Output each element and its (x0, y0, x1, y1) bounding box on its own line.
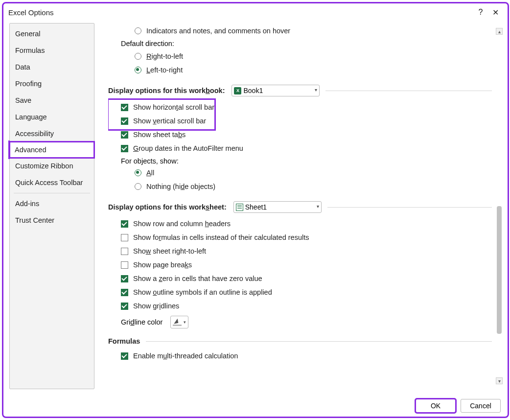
option-group-dates-autofilter[interactable]: Group dates in the AutoFilter menu (121, 142, 492, 154)
option-label: Group dates in the AutoFilter menu (133, 144, 243, 152)
option-label: Show formulas in cells instead of their … (133, 233, 309, 241)
option-sheet-right-to-left[interactable]: Show sheet right-to-left (121, 245, 492, 257)
option-show-gridlines[interactable]: Show gridlines (121, 300, 492, 312)
radio-icon[interactable] (135, 53, 141, 60)
sidebar-item-save[interactable]: Save (10, 92, 94, 109)
gridline-color-label: Gridline color (121, 318, 162, 326)
fill-color-icon (173, 318, 182, 326)
sidebar-item-customize-ribbon[interactable]: Customize Ribbon (10, 158, 94, 174)
titlebar: Excel Options ? ✕ (3, 3, 508, 20)
for-objects-label: For objects, show: (121, 157, 492, 165)
option-label: Show row and column headers (133, 220, 231, 228)
excel-icon: X (234, 87, 241, 94)
worksheet-icon (236, 204, 243, 211)
vertical-scrollbar[interactable]: ▴ ▾ (496, 28, 503, 384)
option-label: Show sheet tabs (133, 131, 185, 139)
close-icon[interactable]: ✕ (488, 8, 503, 17)
option-label: Show a zero in cells that have zero valu… (133, 275, 262, 282)
checkbox-icon[interactable] (121, 117, 128, 125)
option-show-vertical-scrollbar[interactable]: Show vertical scroll bar (121, 115, 492, 127)
option-left-to-right[interactable]: Left-to-right (135, 64, 492, 76)
sidebar: General Formulas Data Proofing Save Lang… (9, 23, 94, 389)
option-right-to-left[interactable]: Right-to-left (135, 50, 492, 62)
option-show-formulas-in-cells[interactable]: Show formulas in cells instead of their … (121, 232, 492, 243)
worksheet-name: Sheet1 (245, 203, 267, 211)
option-show-zero-values[interactable]: Show a zero in cells that have zero valu… (121, 273, 492, 284)
option-label: Show outline symbols if an outline is ap… (133, 288, 272, 296)
checkbox-icon[interactable] (121, 234, 128, 241)
sidebar-item-accessibility[interactable]: Accessibility (10, 125, 94, 142)
section-header-formulas: Formulas (108, 337, 492, 345)
section-title: Formulas (108, 337, 140, 345)
sidebar-item-general[interactable]: General (10, 25, 94, 42)
sidebar-item-data[interactable]: Data (10, 59, 94, 75)
gridline-color-row: Gridline color ▾ (121, 316, 492, 328)
option-objects-all[interactable]: All (135, 167, 492, 179)
radio-icon[interactable] (135, 183, 141, 190)
section-title: Display options for this worksheet: (108, 203, 227, 211)
radio-icon[interactable] (135, 67, 141, 73)
checkbox-icon[interactable] (121, 261, 128, 269)
option-label: Show page breaks (133, 261, 192, 269)
checkbox-icon[interactable] (121, 220, 128, 228)
option-show-page-breaks[interactable]: Show page breaks (121, 259, 492, 271)
gridline-color-picker[interactable]: ▾ (170, 316, 188, 328)
checkbox-icon[interactable] (121, 303, 128, 310)
option-label: Show sheet right-to-left (133, 247, 206, 255)
sidebar-separator (14, 193, 90, 193)
main-panel: Indicators and notes, and comments on ho… (94, 23, 504, 389)
option-label: All (146, 169, 154, 177)
default-direction-label: Default direction: (121, 40, 492, 47)
option-objects-nothing[interactable]: Nothing (hide objects) (135, 181, 492, 192)
section-title: Display options for this workbook: (108, 87, 225, 94)
option-row-column-headers[interactable]: Show row and column headers (121, 218, 492, 230)
checkbox-icon[interactable] (121, 104, 128, 111)
option-show-sheet-tabs[interactable]: Show sheet tabs (121, 129, 492, 140)
option-label: Right-to-left (146, 52, 183, 60)
option-indicators-on-hover[interactable]: Indicators and notes, and comments on ho… (135, 25, 492, 37)
window-title: Excel Options (8, 8, 54, 17)
workbook-name: Book1 (243, 87, 263, 94)
section-header-workbook: Display options for this workbook: X Boo… (108, 85, 492, 96)
sidebar-item-language[interactable]: Language (10, 109, 94, 125)
option-label: Show horizontal scroll bar (133, 103, 214, 111)
sidebar-item-proofing[interactable]: Proofing (10, 75, 94, 92)
help-icon[interactable]: ? (473, 8, 488, 17)
checkbox-icon[interactable] (121, 131, 128, 139)
cancel-button[interactable]: Cancel (461, 399, 501, 413)
sidebar-item-add-ins[interactable]: Add-ins (10, 195, 94, 212)
option-multithread-calculation[interactable]: Enable multi-threaded calculation (121, 350, 492, 362)
radio-icon[interactable] (135, 27, 141, 34)
option-show-outline-symbols[interactable]: Show outline symbols if an outline is ap… (121, 286, 492, 298)
radio-icon[interactable] (135, 169, 141, 176)
scroll-down-icon[interactable]: ▾ (496, 377, 503, 384)
option-show-horizontal-scrollbar[interactable]: Show horizontal scroll bar (121, 101, 492, 113)
dialog-window: Excel Options ? ✕ General Formulas Data … (2, 2, 509, 418)
workbook-selector[interactable]: X Book1 ▾ (232, 85, 320, 96)
checkbox-icon[interactable] (121, 289, 128, 296)
sidebar-item-quick-access-toolbar[interactable]: Quick Access Toolbar (10, 174, 94, 191)
scrollbar-track[interactable] (497, 38, 502, 374)
checkbox-icon[interactable] (121, 352, 128, 360)
chevron-down-icon: ▾ (317, 204, 319, 209)
chevron-down-icon: ▾ (315, 87, 317, 93)
scroll-up-icon[interactable]: ▴ (496, 28, 503, 35)
dialog-footer: OK Cancel (416, 399, 501, 413)
scrollbar-thumb[interactable] (497, 206, 502, 334)
checkbox-icon[interactable] (121, 145, 128, 152)
section-header-worksheet: Display options for this worksheet: Shee… (108, 201, 492, 213)
checkbox-icon[interactable] (121, 248, 128, 255)
worksheet-selector[interactable]: Sheet1 ▾ (233, 201, 322, 213)
sidebar-item-advanced[interactable]: Advanced (10, 142, 94, 158)
chevron-down-icon: ▾ (184, 320, 186, 325)
ok-button[interactable]: OK (416, 399, 456, 413)
option-label: Left-to-right (146, 66, 183, 74)
option-label: Nothing (hide objects) (146, 183, 215, 190)
option-label: Enable multi-threaded calculation (133, 352, 238, 360)
checkbox-icon[interactable] (121, 275, 128, 282)
option-label: Show vertical scroll bar (133, 117, 206, 125)
option-label: Show gridlines (133, 302, 179, 310)
sidebar-item-formulas[interactable]: Formulas (10, 42, 94, 59)
sidebar-item-trust-center[interactable]: Trust Center (10, 212, 94, 229)
option-label: Indicators and notes, and comments on ho… (146, 27, 290, 35)
